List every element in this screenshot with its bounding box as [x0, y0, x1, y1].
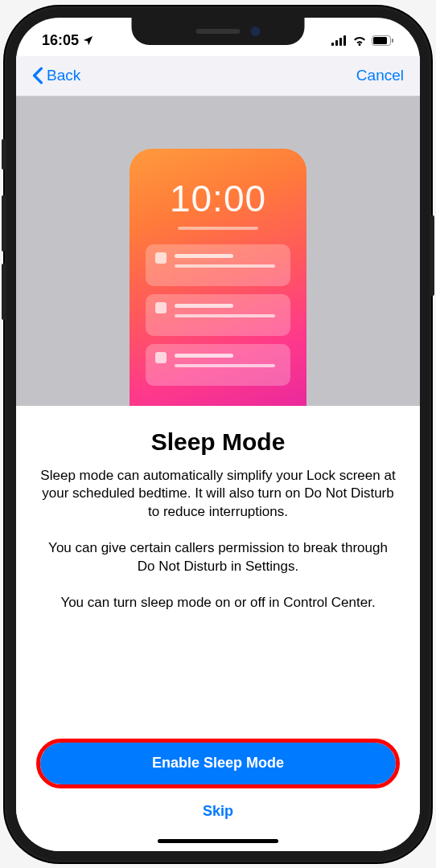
back-label: Back: [47, 67, 80, 84]
illustration-notification: [146, 294, 290, 336]
illustration-time: 10:00: [170, 177, 266, 220]
silent-switch: [2, 139, 5, 170]
page-title: Sleep Mode: [39, 428, 397, 456]
volume-down-button: [2, 264, 5, 320]
illustration-notification: [146, 344, 290, 386]
cellular-signal-icon: [331, 35, 348, 46]
volume-up-button: [2, 195, 5, 252]
notch: [132, 18, 305, 45]
battery-icon: [372, 35, 394, 46]
location-arrow-icon: [82, 35, 94, 47]
svg-rect-6: [392, 39, 393, 43]
phone-frame: 16:05 Back Cancel 10:00: [5, 6, 431, 862]
notification-app-icon: [155, 252, 167, 264]
skip-button[interactable]: Skip: [39, 794, 397, 829]
illustration-notification: [146, 244, 290, 286]
front-camera: [251, 27, 261, 36]
screen: 16:05 Back Cancel 10:00: [16, 18, 420, 851]
illustration-divider: [178, 227, 258, 230]
description-paragraph-3: You can turn sleep mode on or off in Con…: [39, 594, 397, 612]
notification-app-icon: [155, 352, 167, 363]
svg-rect-1: [335, 40, 338, 46]
back-button[interactable]: Back: [32, 67, 80, 84]
description-paragraph-2: You can give certain callers permission …: [39, 539, 397, 576]
illustration-area: 10:00: [16, 96, 420, 406]
svg-rect-0: [331, 43, 334, 46]
svg-rect-2: [339, 38, 342, 46]
speaker-grille: [196, 29, 241, 34]
cancel-button[interactable]: Cancel: [356, 67, 404, 84]
primary-button-wrapper: Enable Sleep Mode: [40, 743, 396, 784]
power-button: [431, 215, 434, 296]
lockscreen-illustration: 10:00: [130, 149, 306, 406]
nav-bar: Back Cancel: [16, 56, 420, 96]
svg-rect-3: [343, 35, 346, 46]
description-paragraph-1: Sleep mode can automatically simplify yo…: [39, 467, 397, 522]
svg-rect-5: [373, 37, 387, 44]
status-time: 16:05: [42, 32, 79, 49]
content-area: Sleep Mode Sleep mode can automatically …: [16, 406, 420, 851]
chevron-left-icon: [32, 67, 43, 84]
enable-sleep-mode-button[interactable]: Enable Sleep Mode: [40, 743, 396, 784]
notification-app-icon: [155, 302, 167, 313]
wifi-icon: [352, 35, 367, 46]
home-indicator[interactable]: [158, 839, 278, 843]
